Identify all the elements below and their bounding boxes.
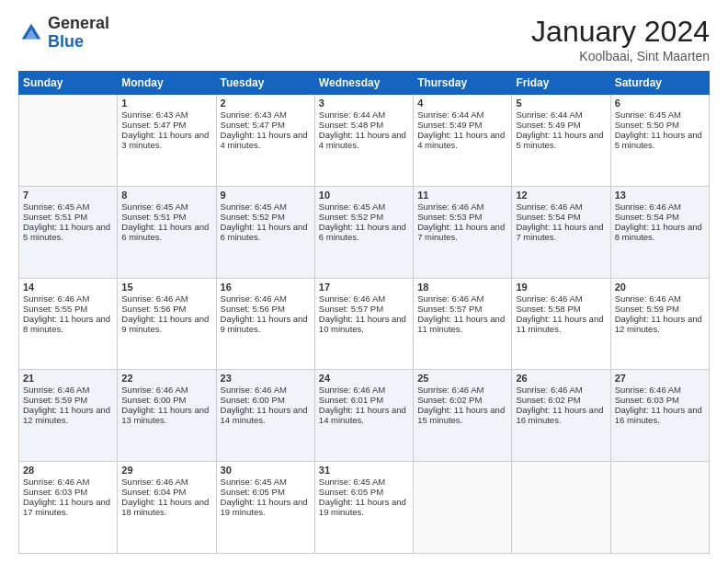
sunset-text: Sunset: 5:51 PM [121, 212, 211, 222]
week-row-4: 21Sunrise: 6:46 AMSunset: 5:59 PMDayligh… [19, 370, 710, 462]
sunset-text: Sunset: 5:54 PM [516, 212, 606, 222]
header: General Blue January 2024 Koolbaai, Sint… [18, 15, 710, 63]
daylight-text: Daylight: 11 hours and 5 minutes. [615, 130, 705, 150]
day-number: 24 [319, 373, 409, 384]
sunset-text: Sunset: 5:59 PM [23, 395, 113, 405]
sunrise-text: Sunrise: 6:43 AM [221, 109, 311, 120]
daylight-text: Daylight: 11 hours and 6 minutes. [319, 222, 409, 242]
week-row-3: 14Sunrise: 6:46 AMSunset: 5:55 PMDayligh… [19, 278, 710, 370]
month-title: January 2024 [531, 15, 710, 49]
day-number: 9 [221, 190, 311, 201]
sunrise-text: Sunrise: 6:46 AM [516, 201, 606, 212]
table-cell: 15Sunrise: 6:46 AMSunset: 5:56 PMDayligh… [118, 278, 216, 370]
sunrise-text: Sunrise: 6:45 AM [221, 477, 311, 487]
table-cell [414, 462, 512, 554]
sunrise-text: Sunrise: 6:46 AM [121, 293, 211, 304]
daylight-text: Daylight: 11 hours and 4 minutes. [417, 130, 507, 150]
table-cell: 30Sunrise: 6:45 AMSunset: 6:05 PMDayligh… [216, 462, 314, 554]
header-saturday: Saturday [610, 72, 709, 95]
sunrise-text: Sunrise: 6:44 AM [319, 109, 409, 120]
day-number: 21 [23, 373, 113, 384]
table-cell: 31Sunrise: 6:45 AMSunset: 6:05 PMDayligh… [314, 462, 413, 554]
daylight-text: Daylight: 11 hours and 12 minutes. [615, 314, 705, 334]
sunrise-text: Sunrise: 6:46 AM [417, 293, 507, 304]
sunset-text: Sunset: 5:56 PM [221, 304, 311, 314]
sunset-text: Sunset: 6:04 PM [121, 487, 211, 497]
sunset-text: Sunset: 5:48 PM [319, 120, 409, 130]
sunrise-text: Sunrise: 6:46 AM [221, 385, 311, 395]
day-number: 5 [516, 98, 606, 109]
table-cell: 26Sunrise: 6:46 AMSunset: 6:02 PMDayligh… [512, 370, 610, 462]
title-block: January 2024 Koolbaai, Sint Maarten [531, 15, 710, 63]
logo: General Blue [18, 15, 109, 52]
table-cell: 4Sunrise: 6:44 AMSunset: 5:49 PMDaylight… [414, 95, 512, 187]
table-cell: 11Sunrise: 6:46 AMSunset: 5:53 PMDayligh… [414, 186, 512, 278]
sunset-text: Sunset: 5:57 PM [319, 304, 409, 314]
week-row-5: 28Sunrise: 6:46 AMSunset: 6:03 PMDayligh… [19, 462, 710, 554]
table-cell [610, 462, 709, 554]
daylight-text: Daylight: 11 hours and 12 minutes. [23, 405, 113, 425]
table-cell [512, 462, 610, 554]
logo-icon [18, 20, 44, 46]
table-cell: 28Sunrise: 6:46 AMSunset: 6:03 PMDayligh… [19, 462, 118, 554]
calendar-table: Sunday Monday Tuesday Wednesday Thursday… [18, 71, 710, 554]
location-title: Koolbaai, Sint Maarten [531, 49, 710, 63]
daylight-text: Daylight: 11 hours and 16 minutes. [516, 405, 606, 425]
day-number: 31 [319, 465, 409, 476]
table-cell: 16Sunrise: 6:46 AMSunset: 5:56 PMDayligh… [216, 278, 314, 370]
daylight-text: Daylight: 11 hours and 5 minutes. [516, 130, 606, 150]
day-number: 6 [615, 98, 705, 109]
sunrise-text: Sunrise: 6:46 AM [615, 293, 705, 304]
table-cell: 8Sunrise: 6:45 AMSunset: 5:51 PMDaylight… [118, 186, 216, 278]
daylight-text: Daylight: 11 hours and 4 minutes. [319, 130, 409, 150]
table-cell: 14Sunrise: 6:46 AMSunset: 5:55 PMDayligh… [19, 278, 118, 370]
sunrise-text: Sunrise: 6:44 AM [417, 109, 507, 120]
sunset-text: Sunset: 6:00 PM [221, 395, 311, 405]
daylight-text: Daylight: 11 hours and 9 minutes. [221, 314, 311, 334]
sunset-text: Sunset: 6:00 PM [121, 395, 211, 405]
sunset-text: Sunset: 6:03 PM [23, 487, 113, 497]
table-cell: 18Sunrise: 6:46 AMSunset: 5:57 PMDayligh… [414, 278, 512, 370]
day-number: 17 [319, 282, 409, 293]
weekday-header-row: Sunday Monday Tuesday Wednesday Thursday… [19, 72, 710, 95]
sunrise-text: Sunrise: 6:46 AM [23, 477, 113, 487]
daylight-text: Daylight: 11 hours and 10 minutes. [319, 314, 409, 334]
table-cell: 1Sunrise: 6:43 AMSunset: 5:47 PMDaylight… [118, 95, 216, 187]
daylight-text: Daylight: 11 hours and 18 minutes. [121, 497, 211, 517]
daylight-text: Daylight: 11 hours and 11 minutes. [417, 314, 507, 334]
day-number: 26 [516, 373, 606, 384]
sunset-text: Sunset: 6:03 PM [615, 395, 705, 405]
day-number: 10 [319, 190, 409, 201]
sunrise-text: Sunrise: 6:45 AM [615, 109, 705, 120]
table-cell: 5Sunrise: 6:44 AMSunset: 5:49 PMDaylight… [512, 95, 610, 187]
sunset-text: Sunset: 5:57 PM [417, 304, 507, 314]
sunset-text: Sunset: 5:52 PM [319, 212, 409, 222]
sunrise-text: Sunrise: 6:46 AM [516, 385, 606, 395]
day-number: 2 [221, 98, 311, 109]
daylight-text: Daylight: 11 hours and 9 minutes. [121, 314, 211, 334]
day-number: 19 [516, 282, 606, 293]
day-number: 29 [121, 465, 211, 476]
header-tuesday: Tuesday [216, 72, 314, 95]
daylight-text: Daylight: 11 hours and 6 minutes. [221, 222, 311, 242]
daylight-text: Daylight: 11 hours and 6 minutes. [121, 222, 211, 242]
sunset-text: Sunset: 5:58 PM [516, 304, 606, 314]
day-number: 23 [221, 373, 311, 384]
table-cell: 13Sunrise: 6:46 AMSunset: 5:54 PMDayligh… [610, 186, 709, 278]
table-cell: 23Sunrise: 6:46 AMSunset: 6:00 PMDayligh… [216, 370, 314, 462]
day-number: 15 [121, 282, 211, 293]
sunrise-text: Sunrise: 6:46 AM [121, 477, 211, 487]
table-cell: 3Sunrise: 6:44 AMSunset: 5:48 PMDaylight… [314, 95, 413, 187]
daylight-text: Daylight: 11 hours and 19 minutes. [221, 497, 311, 517]
daylight-text: Daylight: 11 hours and 11 minutes. [516, 314, 606, 334]
table-cell [19, 95, 118, 187]
sunrise-text: Sunrise: 6:46 AM [319, 385, 409, 395]
daylight-text: Daylight: 11 hours and 17 minutes. [23, 497, 113, 517]
table-cell: 10Sunrise: 6:45 AMSunset: 5:52 PMDayligh… [314, 186, 413, 278]
daylight-text: Daylight: 11 hours and 7 minutes. [417, 222, 507, 242]
sunrise-text: Sunrise: 6:45 AM [319, 477, 409, 487]
sunrise-text: Sunrise: 6:46 AM [121, 385, 211, 395]
daylight-text: Daylight: 11 hours and 16 minutes. [615, 405, 705, 425]
sunset-text: Sunset: 6:02 PM [417, 395, 507, 405]
sunrise-text: Sunrise: 6:46 AM [615, 385, 705, 395]
